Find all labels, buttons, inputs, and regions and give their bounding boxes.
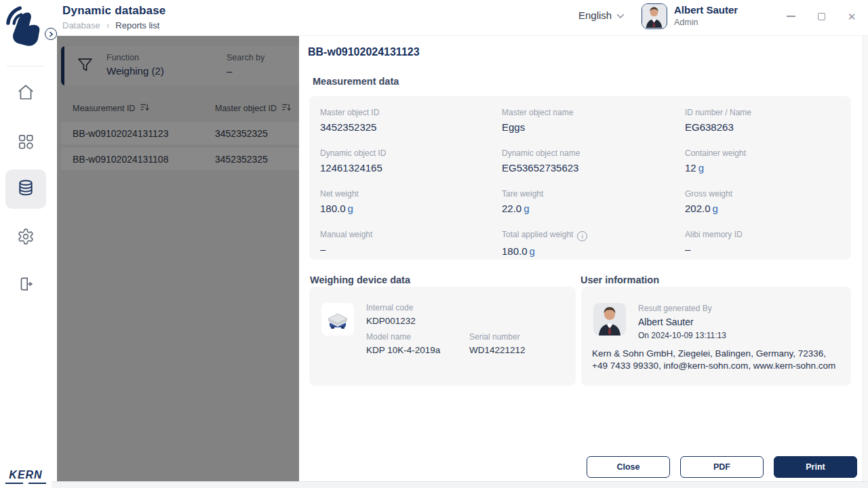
kern-brand-logo: KERN: [5, 469, 46, 484]
field-tare-weight: Tare weight 22.0g: [502, 189, 685, 214]
window-bottom-edge: [52, 481, 868, 488]
field-manual-weight: Manual weight –: [320, 230, 502, 257]
close-button[interactable]: Close: [587, 456, 670, 478]
avatar: [642, 3, 667, 29]
home-icon: [17, 83, 35, 104]
field-total-applied-weight: Total applied weighti 180.0g: [502, 230, 685, 257]
app-logo-icon: [6, 4, 45, 49]
window-controls: ✕: [785, 9, 857, 23]
weighing-device-card: Internal code KDP001232 Model name KDP 1…: [309, 287, 576, 386]
minimize-icon: [787, 16, 795, 17]
user-photo: [593, 303, 626, 336]
logout-icon: [17, 275, 35, 296]
chevron-down-icon: [616, 9, 625, 21]
field-id-number-name: ID number / Name EG638263: [685, 108, 851, 133]
modal-backdrop[interactable]: [57, 36, 299, 481]
close-icon: ✕: [848, 12, 856, 22]
field-gross-weight: Gross weight 202.0g: [685, 189, 851, 214]
report-detail-panel: BB-w09102024131123 Measurement data Mast…: [299, 36, 868, 481]
sidebar-item-logout[interactable]: [5, 266, 46, 304]
header: Dynamic database Database › Reports list…: [52, 0, 868, 36]
sidebar-item-apps[interactable]: [5, 124, 46, 162]
generated-timestamp: On 2024-10-09 13:11:13: [638, 331, 726, 340]
user-information-card: Result generated By Albert Sauter On 202…: [581, 287, 851, 386]
device-internal-code: Internal code KDP001232: [366, 303, 416, 326]
breadcrumb-parent[interactable]: Database: [62, 20, 100, 30]
device-model-name: Model name KDP 10K-4-2019a: [366, 332, 440, 355]
user-role: Admin: [674, 18, 738, 27]
field-alibi-memory-id: Alibi memory ID –: [685, 230, 851, 257]
sidebar-item-database[interactable]: [5, 169, 46, 209]
device-image: [321, 303, 354, 336]
language-selector[interactable]: English: [578, 9, 625, 21]
app-window: KERN Dynamic database Database › Reports…: [0, 0, 868, 488]
company-info: Kern & Sohn GmbH, Ziegelei, Balingen, Ge…: [592, 348, 842, 372]
section-user-information: User information: [580, 274, 659, 285]
result-generated-by: Result generated By Albert Sauter On 202…: [638, 304, 726, 340]
modal-actions: Close PDF Print: [587, 456, 857, 478]
field-master-object-name: Master object name Eggs: [502, 108, 685, 133]
scrollbar[interactable]: [863, 36, 868, 481]
close-window-button[interactable]: ✕: [846, 11, 857, 22]
field-master-object-id: Master object ID 3452352325: [320, 108, 502, 133]
field-net-weight: Net weight 180.0g: [320, 189, 502, 214]
sidebar-expand-button[interactable]: [45, 28, 57, 40]
minimize-button[interactable]: [785, 11, 796, 22]
measurement-data-card: Master object ID 3452352325 Master objec…: [309, 96, 851, 260]
report-title: BB-w09102024131123: [308, 46, 420, 58]
apps-grid-icon: [17, 133, 35, 153]
print-button[interactable]: Print: [774, 456, 857, 478]
user-name: Albert Sauter: [674, 4, 738, 16]
device-serial-number: Serial number WD14221212: [469, 332, 526, 355]
language-label: English: [578, 9, 612, 21]
breadcrumb-current: Reports list: [115, 20, 159, 30]
chevron-right-icon: ›: [106, 20, 110, 30]
sidebar-item-settings[interactable]: [5, 219, 46, 257]
maximize-icon: [818, 13, 825, 20]
page-title: Dynamic database: [62, 4, 166, 18]
database-icon: [17, 179, 35, 199]
sidebar: KERN: [0, 0, 52, 488]
field-dynamic-object-name: Dynamic object name EG53652735623: [502, 148, 685, 174]
breadcrumb: Database › Reports list: [62, 20, 159, 30]
field-dynamic-object-id: Dynamic object ID 12461324165: [320, 148, 502, 174]
pdf-button[interactable]: PDF: [680, 456, 764, 478]
info-icon[interactable]: i: [577, 231, 587, 241]
maximize-button[interactable]: [816, 11, 827, 22]
user-menu[interactable]: Albert Sauter Admin: [642, 3, 738, 29]
field-container-weight: Container weight 12g: [685, 148, 851, 174]
generated-by-name: Albert Sauter: [638, 317, 726, 327]
section-weighing-device-data: Weighing device data: [310, 274, 410, 285]
sidebar-item-home[interactable]: [5, 75, 46, 113]
gear-icon: [17, 228, 35, 248]
section-measurement-data: Measurement data: [313, 76, 399, 87]
sidebar-divider: [7, 66, 45, 66]
